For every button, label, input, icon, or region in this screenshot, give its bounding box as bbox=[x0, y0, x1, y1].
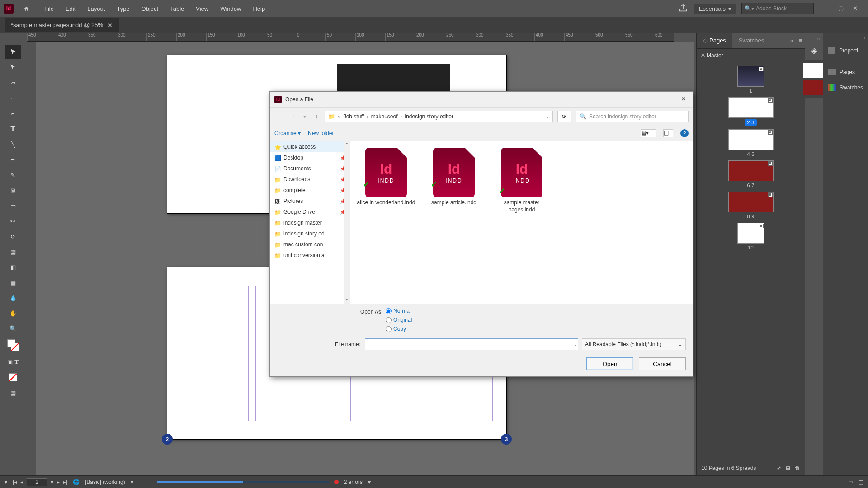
zoom-dropdown[interactable]: ▾ bbox=[5, 479, 7, 485]
tab-pages[interactable]: ◇Pages bbox=[697, 33, 732, 48]
page-thumb[interactable]: A2-3 bbox=[728, 97, 774, 126]
pencil-tool[interactable]: ✎ bbox=[5, 168, 21, 182]
crumb-1[interactable]: Job stuff bbox=[344, 113, 364, 120]
tree-item[interactable]: 📁indesign master bbox=[270, 217, 350, 228]
radio-input[interactable] bbox=[386, 317, 392, 323]
menu-layout[interactable]: Layout bbox=[82, 3, 110, 15]
selection-tool[interactable] bbox=[5, 45, 21, 59]
pen-tool[interactable]: 150✒ bbox=[5, 153, 21, 166]
gradient-swatch-tool[interactable]: 300▦ bbox=[5, 245, 21, 258]
master-pages-row[interactable]: A-Master bbox=[697, 49, 805, 62]
page-tool[interactable]: 0▱ bbox=[5, 76, 21, 89]
radio-input[interactable] bbox=[386, 326, 392, 332]
preflight-dropdown[interactable]: ▾ bbox=[131, 479, 133, 485]
panel-menu-icon[interactable]: ≡ bbox=[796, 33, 805, 48]
properties-panel-button[interactable]: Properti… bbox=[823, 43, 868, 58]
tree-item[interactable]: ⭐Quick access bbox=[270, 141, 350, 152]
rectangle-frame-tool[interactable]: 200⊠ bbox=[5, 183, 21, 197]
crumb-2[interactable]: makeuseof bbox=[371, 113, 398, 120]
menu-help[interactable]: Help bbox=[247, 3, 270, 15]
open-as-option[interactable]: Normal bbox=[386, 308, 412, 314]
refresh-button[interactable]: ⟳ bbox=[557, 111, 571, 122]
menu-object[interactable]: Object bbox=[136, 3, 164, 15]
delete-page-icon[interactable]: 🗑 bbox=[795, 465, 800, 471]
page-thumb[interactable]: B10 bbox=[737, 223, 764, 250]
tree-item[interactable]: 📁Downloads📌 bbox=[270, 174, 350, 185]
zoom-tool[interactable]: 🔍 bbox=[5, 322, 21, 335]
dialog-search[interactable]: 🔍 Search indesign story editor bbox=[576, 111, 689, 122]
close-icon[interactable]: ✕ bbox=[108, 22, 113, 28]
menu-edit[interactable]: Edit bbox=[60, 3, 81, 15]
tab-swatches[interactable]: Swatches bbox=[732, 33, 770, 48]
organise-menu[interactable]: Organise ▾ bbox=[274, 130, 301, 136]
page-thumb[interactable]: B6-7 bbox=[728, 160, 774, 188]
line-tool[interactable]: ╲ bbox=[5, 137, 21, 151]
breadcrumb[interactable]: 📁 « Job stuff › makeuseof › indesign sto… bbox=[325, 111, 553, 122]
tree-item[interactable]: 🟦Desktop📌 bbox=[270, 152, 350, 163]
preflight-profile[interactable]: [Basic] (working) bbox=[85, 479, 125, 485]
master-thumb-a[interactable] bbox=[803, 80, 826, 95]
file-item[interactable]: IdINDD✓sample master pages.indd bbox=[492, 148, 551, 213]
nav-forward-button[interactable]: → bbox=[288, 113, 297, 120]
menu-window[interactable]: Window bbox=[215, 3, 246, 15]
open-button[interactable]: Open bbox=[586, 357, 633, 370]
tree-item[interactable]: 📁unit conversion a bbox=[270, 250, 350, 261]
page-thumb[interactable]: A1 bbox=[737, 66, 764, 94]
cancel-button[interactable]: Cancel bbox=[639, 357, 686, 370]
radio-input[interactable] bbox=[386, 308, 392, 314]
apply-none[interactable] bbox=[5, 371, 21, 384]
preview-pane-toggle[interactable]: ◫ bbox=[663, 129, 673, 137]
file-type-filter[interactable]: All Readable Files (*.indd;*.indt)⌄ bbox=[582, 338, 686, 350]
first-page-button[interactable]: |◂ bbox=[13, 479, 17, 485]
tree-item[interactable]: 📁mac custom con bbox=[270, 239, 350, 250]
direct-selection-tool[interactable] bbox=[5, 61, 21, 74]
nav-back-button[interactable]: ← bbox=[274, 113, 283, 120]
open-as-option[interactable]: Copy bbox=[386, 326, 412, 332]
file-name-dropdown[interactable]: ⌄ bbox=[574, 342, 577, 347]
prev-page-button[interactable]: ◂ bbox=[20, 479, 23, 485]
panel-collapse-icon[interactable]: » bbox=[787, 33, 796, 48]
open-as-option[interactable]: Original bbox=[386, 317, 412, 323]
edit-page-size-icon[interactable]: ⤢ bbox=[777, 465, 781, 471]
new-page-icon[interactable]: ⊞ bbox=[786, 465, 790, 471]
file-name-input[interactable] bbox=[365, 338, 578, 350]
window-close[interactable]: ✕ bbox=[853, 5, 860, 12]
error-count[interactable]: 2 errors bbox=[344, 479, 363, 485]
next-page-button[interactable]: ▸ bbox=[57, 479, 60, 485]
hand-tool[interactable]: ✋ bbox=[5, 306, 21, 320]
pages-panel-button[interactable]: Pages bbox=[823, 65, 868, 80]
menu-view[interactable]: View bbox=[190, 3, 214, 15]
preflight-icon[interactable]: 🌐 bbox=[73, 479, 80, 485]
dialog-close-button[interactable]: ✕ bbox=[681, 96, 689, 103]
split-view-icon[interactable]: ◫ bbox=[859, 479, 863, 485]
file-item[interactable]: IdINDD✓sample article.indd bbox=[425, 148, 483, 206]
menu-type[interactable]: Type bbox=[111, 3, 135, 15]
home-button[interactable] bbox=[20, 2, 33, 15]
workspace-selector[interactable]: Essentials ▾ bbox=[694, 4, 736, 14]
crumb-dropdown[interactable]: ⌄ bbox=[545, 113, 550, 120]
type-tool[interactable]: 100T bbox=[5, 122, 21, 136]
tree-item[interactable]: 📁Google Drive📌 bbox=[270, 206, 350, 217]
crumb-3[interactable]: indesign story editor bbox=[405, 113, 453, 120]
document-tab[interactable]: *sample master pages.indd @ 25% ✕ bbox=[5, 18, 119, 32]
eyedropper-tool[interactable]: 💧 bbox=[5, 291, 21, 305]
view-mode-dropdown[interactable]: ▦▾ bbox=[641, 129, 656, 137]
nav-recent-dropdown[interactable]: ▾ bbox=[302, 113, 308, 120]
new-folder-button[interactable]: New folder bbox=[308, 130, 334, 136]
dock-expand-icon[interactable]: ‹‹ bbox=[817, 36, 823, 41]
last-page-button[interactable]: ▸| bbox=[63, 479, 67, 485]
rectangle-tool[interactable]: ▭ bbox=[5, 199, 21, 212]
tree-item[interactable]: 📄Documents📌 bbox=[270, 163, 350, 174]
tree-item[interactable]: 📁complete📌 bbox=[270, 185, 350, 196]
current-page-field[interactable]: 2 bbox=[27, 478, 47, 486]
share-icon[interactable] bbox=[678, 3, 689, 14]
nav-up-button[interactable]: ↑ bbox=[312, 113, 321, 120]
file-item[interactable]: IdINDD✓alice in wonderland.indd bbox=[357, 148, 415, 206]
file-list[interactable]: IdINDD✓alice in wonderland.inddIdINDD✓sa… bbox=[350, 141, 693, 304]
error-dropdown[interactable]: ▾ bbox=[368, 479, 371, 485]
tree-item[interactable]: 📁indesign story ed bbox=[270, 228, 350, 239]
scissors-tool[interactable]: 250✂ bbox=[5, 214, 21, 228]
help-button[interactable]: ? bbox=[680, 129, 689, 137]
page-thumb[interactable]: B8-9 bbox=[728, 192, 774, 219]
gap-tool[interactable]: 50↔ bbox=[5, 91, 21, 105]
